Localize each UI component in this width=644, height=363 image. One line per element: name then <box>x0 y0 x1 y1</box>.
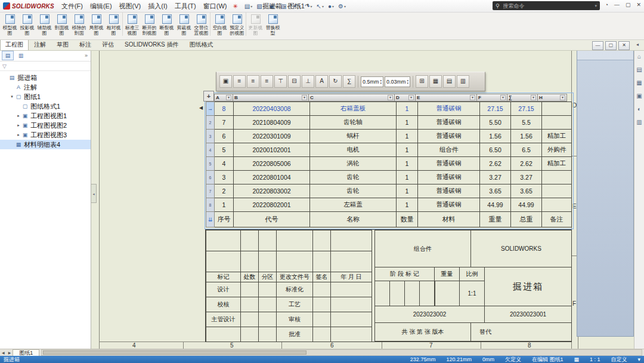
cell-part-name[interactable]: 左箱盖 <box>310 198 397 212</box>
custom-properties-icon[interactable]: ▥ <box>636 119 642 125</box>
maximize-icon[interactable]: ▢ <box>626 2 631 8</box>
ribbon-button[interactable]: 断裂视图 <box>158 12 175 36</box>
align-left-icon[interactable]: ≡ <box>233 75 246 88</box>
cell-item-no[interactable]: 8 <box>215 102 234 116</box>
column-filter-icon[interactable]: ▾ <box>302 95 307 100</box>
ribbon-button[interactable]: 投影视图 <box>18 12 36 36</box>
tree-expand-icon[interactable]: ▸ <box>16 133 21 137</box>
cell-qty[interactable]: 数量 <box>397 212 418 227</box>
sheet-nav-left-icon[interactable]: ◀ <box>0 350 7 355</box>
ribbon-button[interactable]: 空白视图 <box>211 12 228 36</box>
ribbon-button[interactable]: 相对视图 <box>105 12 123 36</box>
cell-qty[interactable]: 1 <box>397 198 418 212</box>
grid-display-icon[interactable]: ▦ <box>429 75 442 88</box>
table-format-icon[interactable]: ▤ <box>443 75 456 88</box>
cell-part-code[interactable]: 20210804009 <box>234 116 310 130</box>
minimize-icon[interactable]: — <box>614 2 620 8</box>
cell-material[interactable]: 普通碳钢 <box>418 198 480 212</box>
cell-item-no[interactable]: 5 <box>215 143 234 157</box>
close-icon[interactable]: ✕ <box>636 2 641 8</box>
row-number-cell[interactable]: 2 <box>206 116 215 130</box>
view-palette-icon[interactable]: ▣ <box>636 93 642 99</box>
search-input[interactable] <box>502 2 593 10</box>
ribbon-button[interactable]: 标准三视图 <box>123 12 141 36</box>
table-row[interactable]: ⇊ 序号 代号 名称 数量 材料 重量 总重 备注 <box>206 212 572 227</box>
cell-item-no[interactable]: 7 <box>215 116 234 130</box>
cell-total-weight[interactable]: 总重 <box>511 212 542 227</box>
cell-part-name[interactable]: 电机 <box>310 143 397 157</box>
cell-material[interactable]: 普通碳钢 <box>418 184 480 198</box>
solidworks-pin-icon[interactable]: ✳ <box>230 3 240 10</box>
tree-expand-icon[interactable]: ▸ <box>16 123 21 128</box>
row-number-cell[interactable]: ⇊ <box>206 212 215 227</box>
column-filter-icon[interactable]: ▾ <box>388 95 393 100</box>
cell-material[interactable]: 普通碳钢 <box>418 102 480 116</box>
appearances-icon[interactable]: ◐ <box>637 106 641 112</box>
cell-qty[interactable]: 1 <box>397 143 418 157</box>
cell-total-weight[interactable]: 3.27 <box>511 171 542 184</box>
command-search[interactable]: ⚲ ▾ <box>493 1 600 10</box>
tree-item[interactable]: ▤ 掘进箱 <box>0 73 91 82</box>
cell-material[interactable]: 普通碳钢 <box>418 116 480 130</box>
cell-item-no[interactable]: 3 <box>215 171 234 184</box>
doc-close-icon[interactable]: ✕ <box>618 41 630 50</box>
tree-item[interactable]: ▾ ▢ 图纸1 <box>0 92 91 101</box>
border-style-icon[interactable]: ⊞ <box>416 75 428 88</box>
doc-minimize-icon[interactable]: — <box>592 41 603 50</box>
cell-material[interactable]: 普通碳钢 <box>418 157 480 171</box>
panel-overflow-icon[interactable]: » <box>85 53 89 59</box>
border-thickness-spinner[interactable]: 0.03mm ▴▾ <box>385 76 410 87</box>
cell-note[interactable] <box>542 171 572 184</box>
cell-material[interactable]: 普通碳钢 <box>418 130 480 143</box>
align-bottom-icon[interactable]: ⊥ <box>302 75 314 88</box>
cell-weight[interactable]: 44.99 <box>480 198 511 212</box>
ribbon-button[interactable]: 辅助视图 <box>36 12 53 36</box>
menu-item[interactable]: 工具(T) <box>171 2 200 11</box>
select-arrow-icon[interactable]: ↖▾ <box>315 3 326 10</box>
cell-note[interactable] <box>542 198 572 212</box>
cell-qty[interactable]: 1 <box>397 184 418 198</box>
cell-part-name[interactable]: 蜗杆 <box>310 130 397 143</box>
row-number-cell[interactable]: 7 <box>206 184 215 198</box>
table-row[interactable]: 7 2 20220803002 齿轮 1 普通碳钢 3.65 3.65 <box>206 184 572 198</box>
tree-expand-icon[interactable]: ▸ <box>16 113 21 118</box>
menu-item[interactable]: 文件(F) <box>58 2 86 11</box>
cell-weight[interactable]: 3.65 <box>480 184 511 198</box>
cell-item-no[interactable]: 4 <box>215 157 234 171</box>
menu-item[interactable]: 插入(I) <box>144 2 171 11</box>
chevron-down-icon[interactable]: ▾ <box>637 356 640 362</box>
ribbon-button[interactable]: 预定义的视图 <box>228 12 246 36</box>
command-tab[interactable]: 图纸格式 <box>184 39 219 50</box>
cell-note[interactable] <box>542 116 572 130</box>
column-header[interactable]: B ▾ <box>233 94 309 101</box>
scrollbar-thumb[interactable] <box>43 350 306 355</box>
table-row[interactable]: 6 3 20220801004 齿轮 1 普通碳钢 3.27 3.27 <box>206 171 572 184</box>
ribbon-button[interactable]: 交替位置视图 <box>193 12 210 36</box>
cell-part-code[interactable]: 20220803002 <box>234 184 310 198</box>
column-filter-icon[interactable]: ▾ <box>531 95 536 100</box>
cell-note[interactable] <box>542 184 572 198</box>
menu-item[interactable]: 编辑(E) <box>86 2 116 11</box>
status-units[interactable]: 自定义 <box>611 356 627 363</box>
cell-note[interactable]: 精加工 <box>542 157 572 171</box>
propertymanager-tab-icon[interactable]: ▥ <box>15 51 27 60</box>
row-number-cell[interactable]: 4 <box>206 143 215 157</box>
cell-part-name[interactable]: 右箱盖板 <box>310 102 397 116</box>
cell-weight[interactable]: 6.50 <box>480 143 511 157</box>
options-gear-icon[interactable]: ⚙▾ <box>336 3 348 10</box>
filter-funnel-icon[interactable]: ▽ <box>2 63 7 69</box>
cell-part-code[interactable]: 20220801004 <box>234 171 310 184</box>
table-row[interactable]: 4 5 20200102001 电机 1 组合件 6.50 6.5 外购件 <box>206 143 572 157</box>
tree-expand-icon[interactable]: ▾ <box>9 94 15 99</box>
table-move-handle[interactable]: + <box>203 91 214 101</box>
column-header[interactable]: ∑ ▾ <box>507 94 538 101</box>
cell-total-weight[interactable]: 3.65 <box>511 184 542 198</box>
cell-part-code[interactable]: 20220301009 <box>234 130 310 143</box>
tree-item[interactable]: ▸ ▣ 工程图视图1 <box>0 111 91 121</box>
cell-part-name[interactable]: 齿轮轴 <box>310 116 397 130</box>
cell-part-code[interactable]: 20220802001 <box>234 198 310 212</box>
sum-icon[interactable]: ∑ <box>343 75 355 88</box>
cell-note[interactable]: 备注 <box>542 212 572 227</box>
command-tab[interactable]: 草图 <box>51 39 74 50</box>
cell-total-weight[interactable]: 27.15 <box>511 102 542 116</box>
